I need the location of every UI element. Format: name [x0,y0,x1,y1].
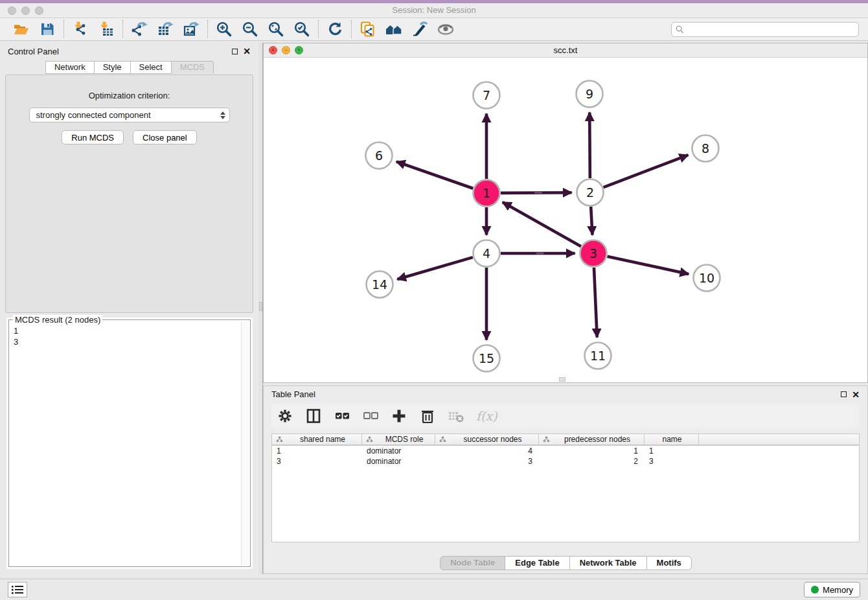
memory-button[interactable]: Memory [804,582,860,597]
import-table-icon[interactable] [97,20,115,38]
toolbar-group [353,20,461,38]
float-panel-icon[interactable] [232,49,238,54]
apply-layout-icon[interactable] [326,20,344,38]
cell-predecessor-nodes: 2 [539,456,645,467]
apply-style-icon[interactable] [411,20,429,38]
select-all-icon[interactable] [334,408,350,424]
edge-1-6[interactable] [396,161,473,188]
node-label-15: 15 [479,351,494,365]
edge-2-8[interactable] [604,155,689,187]
edge-3-10[interactable] [607,257,689,274]
cell-name: 3 [645,456,699,467]
save-session-icon[interactable] [38,20,56,38]
show-hide-icon[interactable] [437,20,455,38]
edge-label [534,192,542,194]
table-row[interactable]: 1dominator411 [272,446,859,456]
tab-motifs[interactable]: Motifs [646,556,692,570]
close-window-button[interactable] [8,6,16,15]
toolbar-separator [318,20,319,38]
network-view-window: × − + scc.txt 7968124314101511 [263,43,868,383]
gear-icon[interactable] [277,408,293,424]
zoom-fit-icon[interactable] [267,20,285,38]
control-panel-tabs: NetworkStyleSelectMCDS [0,61,258,74]
run-mcds-button[interactable]: Run MCDS [62,130,124,144]
close-panel-button[interactable]: Close panel [133,130,197,144]
edge-4-14[interactable] [397,257,473,279]
column-header-successor-nodes[interactable]: successor nodes [435,434,539,444]
network-zoom-button[interactable]: + [295,46,303,54]
open-session-icon[interactable] [12,20,30,38]
export-network-icon[interactable] [130,20,148,38]
zoom-out-icon[interactable] [241,20,259,38]
cell-predecessor-nodes: 1 [539,446,645,456]
mcds-panel: Optimization criterion: strongly connect… [5,75,253,313]
delete-column-icon[interactable] [419,408,436,424]
import-network-icon[interactable] [71,20,89,38]
tab-select[interactable]: Select [130,61,172,74]
toolbar-group [320,20,350,38]
memory-label: Memory [823,585,853,595]
node-label-10: 10 [699,271,714,285]
zoom-selected-icon[interactable] [293,20,311,38]
splitter-handle[interactable] [259,302,262,311]
tab-style[interactable]: Style [94,61,131,74]
edge-3-1[interactable] [503,202,581,246]
network-close-button[interactable]: × [269,46,277,54]
minimize-window-button[interactable] [21,6,30,15]
list-icon [11,584,24,595]
network-canvas[interactable]: 7968124314101511 [264,58,867,382]
duplicate-network-icon[interactable] [359,20,377,38]
edge-3-11[interactable] [594,268,597,338]
edge-2-3[interactable] [591,207,592,235]
node-label-7: 7 [483,88,490,102]
table-body: 1dominator4113dominator323 [272,446,859,467]
search-input[interactable] [671,22,859,37]
column-header-predecessor-nodes[interactable]: predecessor nodes [539,434,645,444]
mcds-result-title: MCDS result (2 nodes) [13,315,102,325]
main-toolbar [0,18,868,41]
deselect-all-icon[interactable] [362,408,379,424]
node-label-1: 1 [483,186,490,200]
memory-status-icon [811,586,819,594]
tab-network-table[interactable]: Network Table [569,556,647,570]
result-node-id: 3 [14,336,250,347]
export-table-icon[interactable] [156,20,174,38]
tab-node-table[interactable]: Node Table [440,556,505,570]
node-label-2: 2 [586,185,594,200]
node-label-14: 14 [372,277,387,292]
task-history-button[interactable] [8,582,27,597]
add-column-icon[interactable] [391,408,407,424]
toolbar-separator [351,20,352,38]
edge-2-9[interactable] [589,112,590,178]
network-minimize-button[interactable]: − [282,46,290,54]
network-graph[interactable]: 7968124314101511 [264,58,867,382]
column-layout-icon[interactable] [305,408,322,424]
vertical-splitter[interactable] [258,43,263,574]
canvas-scroll-handle[interactable] [559,377,565,382]
export-image-icon[interactable] [182,20,200,38]
zoom-in-icon[interactable] [215,20,233,38]
show-home-icon[interactable] [385,20,403,38]
column-header-name[interactable]: name [645,434,699,444]
tab-edge-table[interactable]: Edge Table [505,556,569,570]
table-row[interactable]: 3dominator323 [272,456,859,467]
zoom-window-button[interactable] [35,6,43,15]
column-header-shared-name[interactable]: shared name [272,434,362,444]
close-table-panel-icon[interactable]: ✕ [852,390,860,399]
delete-table-icon [448,408,464,424]
cell-MCDS-role: dominator [362,446,435,456]
float-table-panel-icon[interactable] [841,391,847,397]
node-label-4: 4 [483,246,490,260]
table-toolbar: f(x) [271,404,860,428]
tab-mcds[interactable]: MCDS [171,61,214,74]
result-scrollbar[interactable] [241,321,249,565]
column-header-MCDS-role[interactable]: MCDS role [362,434,435,444]
optimization-criterion-select[interactable]: strongly connected component [29,108,230,122]
mcds-result-panel: MCDS result (2 nodes) 13 [6,317,253,569]
dropdown-stepper-icon [220,111,225,119]
cell-successor-nodes: 4 [435,446,539,456]
function-builder-icon: f(x) [476,409,497,423]
tab-network[interactable]: Network [45,61,95,74]
control-panel-title: Control Panel [8,47,59,56]
close-panel-icon[interactable]: ✕ [243,47,251,56]
